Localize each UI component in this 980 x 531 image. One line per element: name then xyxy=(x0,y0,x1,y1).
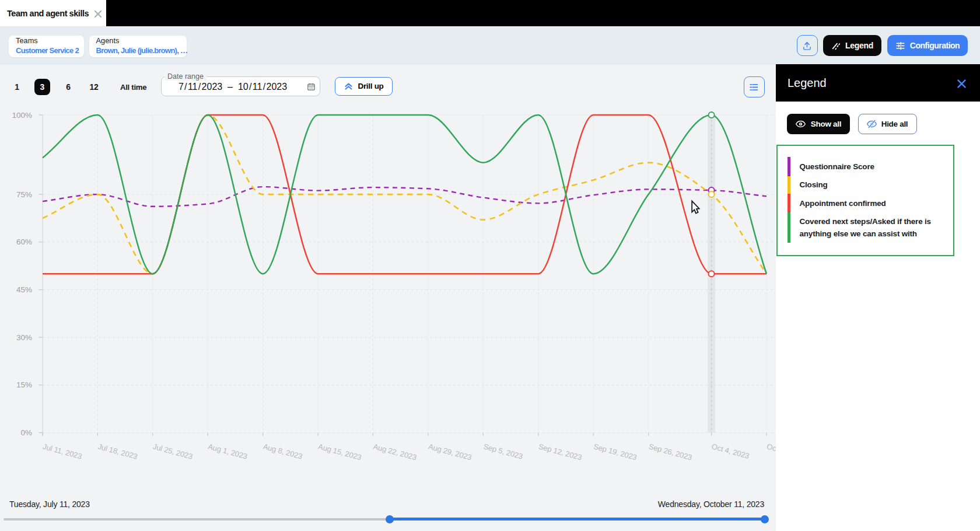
svg-text:75%: 75% xyxy=(16,190,32,199)
svg-text:30%: 30% xyxy=(16,333,32,342)
svg-text:45%: 45% xyxy=(16,285,32,294)
svg-text:60%: 60% xyxy=(16,237,32,246)
svg-text:Aug 15, 2023: Aug 15, 2023 xyxy=(317,442,362,462)
svg-text:Sep 12, 2023: Sep 12, 2023 xyxy=(538,442,583,462)
svg-text:Aug 22, 2023: Aug 22, 2023 xyxy=(372,442,417,462)
svg-text:Sep 5, 2023: Sep 5, 2023 xyxy=(482,442,524,460)
svg-text:Oct 11, 2023: Oct 11, 2023 xyxy=(766,442,776,461)
svg-text:0%: 0% xyxy=(20,428,32,437)
svg-text:Jul 18, 2023: Jul 18, 2023 xyxy=(97,442,138,461)
svg-text:15%: 15% xyxy=(16,380,32,389)
svg-text:Jul 25, 2023: Jul 25, 2023 xyxy=(152,442,194,461)
svg-text:Jul 11, 2023: Jul 11, 2023 xyxy=(42,442,83,460)
svg-text:100%: 100% xyxy=(12,111,32,120)
svg-text:Aug 1, 2023: Aug 1, 2023 xyxy=(207,442,249,460)
svg-text:Aug 8, 2023: Aug 8, 2023 xyxy=(262,442,303,460)
svg-text:Sep 26, 2023: Sep 26, 2023 xyxy=(648,442,692,462)
svg-text:Aug 29, 2023: Aug 29, 2023 xyxy=(428,442,473,462)
svg-text:Sep 19, 2023: Sep 19, 2023 xyxy=(593,442,638,462)
svg-text:Oct 4, 2023: Oct 4, 2023 xyxy=(710,442,750,460)
